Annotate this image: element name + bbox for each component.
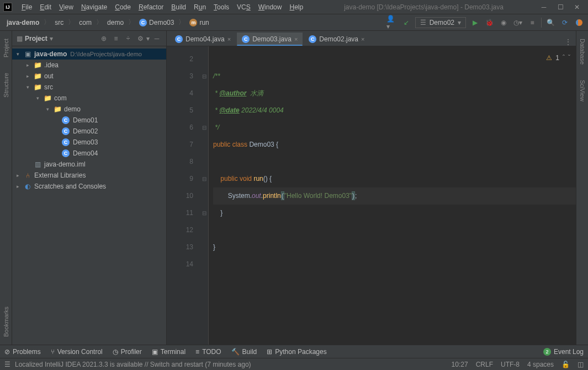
project-panel-title[interactable]: Project: [25, 35, 47, 42]
tree-demo[interactable]: ▾📁demo: [12, 104, 166, 115]
tab-demo03[interactable]: C Demo03.java×: [237, 33, 303, 46]
close-tab-icon[interactable]: ×: [361, 36, 364, 42]
crumb-demo[interactable]: demo: [104, 18, 127, 28]
add-user-icon[interactable]: 👤▾: [386, 17, 398, 28]
menu-build[interactable]: Build: [167, 2, 190, 13]
sync-button[interactable]: ⟳: [559, 17, 570, 28]
chevron-down-icon[interactable]: ▾: [50, 35, 53, 42]
status-message[interactable]: Localized IntelliJ IDEA 2021.3.3 is avai…: [15, 361, 251, 368]
tree-demo01[interactable]: CDemo01: [12, 115, 166, 126]
problems-icon: ⊘: [4, 348, 10, 356]
left-tool-gutter: Project Structure Bookmarks: [0, 31, 12, 345]
tool-problems[interactable]: ⊘Problems: [4, 348, 41, 356]
tree-demo03[interactable]: CDemo03: [12, 137, 166, 148]
memory-indicator-icon[interactable]: ◫: [578, 361, 584, 368]
class-icon: C: [175, 35, 183, 43]
menu-code[interactable]: Code: [111, 2, 135, 13]
menu-help[interactable]: Help: [285, 2, 307, 13]
inspection-widget[interactable]: ⚠ 1 ˆˇ: [546, 50, 570, 67]
crumb-sep: 〉: [178, 18, 185, 27]
close-button[interactable]: ✕: [574, 4, 580, 10]
expand-all-icon[interactable]: ≡: [111, 34, 121, 44]
settings-icon[interactable]: ⚙: [135, 34, 145, 44]
class-icon: C: [62, 149, 70, 157]
terminal-icon: ▣: [152, 348, 158, 356]
run-button[interactable]: ▶: [469, 17, 480, 28]
crumb-com[interactable]: com: [76, 18, 95, 28]
editor-area: C Demo04.java× C Demo03.java× C Demo02.j…: [167, 31, 576, 345]
tab-bookmarks[interactable]: Bookmarks: [3, 304, 9, 339]
editor-tabs: C Demo04.java× C Demo03.java× C Demo02.j…: [167, 31, 576, 46]
tab-demo02[interactable]: C Demo02.java×: [304, 33, 369, 46]
search-button[interactable]: 🔍: [545, 17, 556, 28]
menu-refactor[interactable]: Refactor: [135, 2, 167, 13]
crumb-method[interactable]: mrun: [186, 18, 212, 28]
readonly-lock-icon[interactable]: 🔓: [561, 361, 570, 368]
crumb-sep: 〉: [96, 18, 103, 27]
menu-edit[interactable]: Edit: [36, 2, 55, 13]
menu-run[interactable]: Run: [190, 2, 210, 13]
menu-window[interactable]: Window: [255, 2, 286, 13]
menu-view[interactable]: View: [55, 2, 77, 13]
tree-src[interactable]: ▾📁src: [12, 82, 166, 93]
menu-navigate[interactable]: Navigate: [77, 2, 111, 13]
tree-external-libs[interactable]: ▸⑃External Libraries: [12, 170, 166, 181]
run-config-selector[interactable]: ☰Demo02▾: [415, 17, 466, 28]
debug-button[interactable]: 🐞: [484, 17, 495, 28]
method-icon: m: [189, 19, 197, 26]
close-tab-icon[interactable]: ×: [227, 36, 231, 42]
tab-options-icon[interactable]: ⋮: [565, 38, 571, 46]
tool-eventlog[interactable]: 2Event Log: [543, 348, 584, 356]
tool-vcs[interactable]: ⑂Version Control: [51, 348, 103, 356]
code-content[interactable]: ⚠ 1 ˆˇ /** * @author 水滴 * @date 2022/4/4…: [209, 46, 576, 345]
tree-root[interactable]: ▾▣ java-demo D:\IdeaProjects\java-demo: [12, 49, 166, 60]
navigation-bar: java-demo 〉 src 〉 com 〉 demo 〉 CDemo03 〉…: [0, 14, 588, 31]
tool-python[interactable]: ⊞Python Packages: [267, 348, 326, 356]
tree-iml[interactable]: ▥java-demo.iml: [12, 159, 166, 170]
tree-idea[interactable]: ▸📁.idea: [12, 60, 166, 71]
minimize-button[interactable]: ─: [541, 4, 547, 10]
close-tab-icon[interactable]: ×: [294, 36, 298, 42]
tree-out[interactable]: ▸📁out: [12, 71, 166, 82]
warning-icon: ⚠: [546, 50, 552, 67]
menu-vcs[interactable]: VCS: [233, 2, 255, 13]
menu-tools[interactable]: Tools: [210, 2, 233, 13]
tree-demo02[interactable]: CDemo02: [12, 126, 166, 137]
profile-button[interactable]: ◷▾: [512, 17, 523, 28]
collapse-all-icon[interactable]: ÷: [123, 34, 133, 44]
crumb-project[interactable]: java-demo: [3, 18, 43, 28]
menu-file[interactable]: File: [18, 2, 36, 13]
tree-demo04[interactable]: CDemo04: [12, 148, 166, 159]
project-tree[interactable]: ▾▣ java-demo D:\IdeaProjects\java-demo ▸…: [12, 46, 166, 345]
project-view-icon: ▦: [17, 35, 23, 42]
tab-database[interactable]: Database: [579, 36, 586, 67]
select-opened-file-icon[interactable]: ⊕: [99, 34, 109, 44]
tool-profiler[interactable]: ◷Profiler: [113, 348, 142, 356]
tool-build[interactable]: 🔨Build: [231, 348, 257, 356]
tree-scratches[interactable]: ▸◐Scratches and Consoles: [12, 181, 166, 192]
vcs-update-icon[interactable]: ↙: [401, 17, 412, 28]
tool-todo[interactable]: ≡TODO: [195, 348, 221, 356]
maximize-button[interactable]: ☐: [557, 4, 564, 10]
crumb-src[interactable]: src: [51, 18, 67, 28]
tree-com[interactable]: ▾📁com: [12, 93, 166, 104]
status-line-separator[interactable]: CRLF: [476, 361, 493, 368]
class-icon: C: [309, 35, 316, 43]
status-indent[interactable]: 4 spaces: [527, 361, 554, 368]
hide-panel-icon[interactable]: ─: [152, 34, 162, 44]
ide-features-button[interactable]: [574, 17, 585, 28]
fold-gutter[interactable]: ⊟ ⊟ ⊟ ⊟: [200, 46, 209, 345]
tab-structure[interactable]: Structure: [3, 71, 9, 100]
tool-terminal[interactable]: ▣Terminal: [152, 348, 186, 356]
stop-button[interactable]: ■: [527, 17, 538, 28]
status-menu-icon[interactable]: ☰: [4, 361, 10, 368]
tab-project[interactable]: Project: [3, 36, 9, 60]
status-encoding[interactable]: UTF-8: [501, 361, 520, 368]
tab-demo04[interactable]: C Demo04.java×: [170, 33, 236, 46]
status-position[interactable]: 10:27: [452, 361, 468, 368]
coverage-button[interactable]: ◉: [498, 17, 509, 28]
editor-body[interactable]: 234567891011121314 ⊟ ⊟ ⊟ ⊟ ⚠ 1: [167, 46, 576, 345]
crumb-class[interactable]: CDemo03: [136, 18, 177, 28]
tab-sciview[interactable]: SciView: [579, 78, 586, 104]
main-area: Project Structure Bookmarks ▦ Project ▾ …: [0, 31, 588, 345]
